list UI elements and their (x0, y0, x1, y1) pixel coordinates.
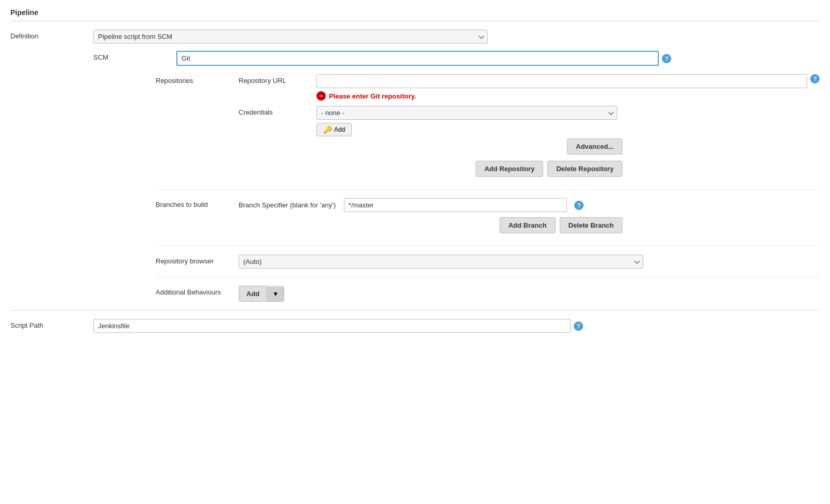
separator-1 (156, 189, 820, 190)
separator-4 (10, 310, 820, 311)
add-repository-button[interactable]: Add Repository (476, 161, 544, 177)
additional-behaviours-content: Add ▼ (239, 286, 820, 302)
branches-row: Branches to build Branch Specifier (blan… (156, 198, 820, 240)
repo-browser-label: Repository browser (156, 255, 239, 265)
script-path-help-icon[interactable]: ? (574, 321, 583, 331)
script-path-input[interactable] (93, 319, 571, 333)
additional-behaviours-label: Additional Behaviours (156, 286, 239, 296)
add-branch-button[interactable]: Add Branch (500, 217, 556, 233)
branches-content: Branch Specifier (blank for 'any') ? Add… (239, 198, 820, 240)
error-icon: − (316, 91, 326, 101)
credentials-content: - none - 🔑 Add (316, 106, 820, 136)
script-path-row: Script Path ? (10, 319, 820, 333)
branch-specifier-help-icon[interactable]: ? (574, 201, 584, 210)
repositories-content: Repository URL ? − Please enter Git repo… (239, 74, 820, 183)
branch-specifier-row: Branch Specifier (blank for 'any') ? (239, 198, 820, 212)
repo-url-input[interactable] (316, 74, 807, 88)
scm-label: SCM (93, 51, 176, 61)
key-icon: 🔑 (323, 125, 332, 134)
add-behaviour-button[interactable]: Add ▼ (239, 286, 284, 302)
credentials-row: Credentials - none - 🔑 Add (239, 106, 820, 136)
separator-2 (156, 246, 820, 246)
scm-help-icon[interactable]: ? (662, 54, 671, 63)
definition-row: Definition Pipeline script from SCM Pipe… (10, 30, 820, 44)
repositories-section: Repositories Repository URL ? − Please e… (156, 74, 820, 302)
branch-specifier-label: Branch Specifier (blank for 'any') (239, 201, 336, 209)
advanced-row: Advanced... (239, 138, 622, 155)
branch-buttons-row: Add Branch Delete Branch (239, 217, 622, 233)
advanced-button[interactable]: Advanced... (567, 138, 622, 155)
branch-specifier-input[interactable] (344, 198, 567, 212)
scm-content: Git None Subversion ? (176, 51, 820, 66)
delete-repository-button[interactable]: Delete Repository (547, 161, 622, 177)
definition-content: Pipeline script from SCM Pipeline script (93, 30, 820, 44)
add-behaviour-arrow[interactable]: ▼ (267, 287, 284, 301)
definition-select[interactable]: Pipeline script from SCM Pipeline script (93, 30, 488, 44)
add-credentials-label: Add (334, 126, 345, 133)
repository-buttons-row: Add Repository Delete Repository (239, 161, 622, 177)
definition-label: Definition (10, 30, 93, 40)
scm-select[interactable]: Git None Subversion (176, 51, 659, 66)
error-message: Please enter Git repository. (329, 92, 416, 100)
repo-browser-row: Repository browser (Auto) (156, 255, 820, 269)
delete-branch-button[interactable]: Delete Branch (560, 217, 622, 233)
add-credentials-button[interactable]: 🔑 Add (316, 123, 352, 136)
repo-url-input-wrap: ? (316, 74, 820, 88)
scm-row: SCM Git None Subversion ? (93, 51, 820, 66)
repo-url-row: Repository URL ? (239, 74, 820, 88)
repo-browser-content: (Auto) (239, 255, 820, 269)
repo-browser-select[interactable]: (Auto) (239, 255, 643, 269)
repositories-label: Repositories (156, 74, 239, 85)
credentials-select[interactable]: - none - (316, 106, 617, 120)
error-row: − Please enter Git repository. (316, 91, 820, 101)
add-credentials-row: 🔑 Add (316, 123, 820, 136)
script-path-content: ? (93, 319, 820, 333)
repo-url-label: Repository URL (239, 74, 316, 85)
add-behaviour-main[interactable]: Add (239, 286, 267, 301)
credentials-label: Credentials (239, 106, 316, 116)
repositories-row: Repositories Repository URL ? − Please e… (156, 74, 820, 183)
repo-url-help-icon[interactable]: ? (810, 74, 820, 83)
section-title: Pipeline (10, 8, 820, 21)
script-path-label: Script Path (10, 319, 93, 329)
additional-behaviours-row: Additional Behaviours Add ▼ (156, 286, 820, 302)
branches-label: Branches to build (156, 198, 239, 208)
separator-3 (156, 277, 820, 277)
